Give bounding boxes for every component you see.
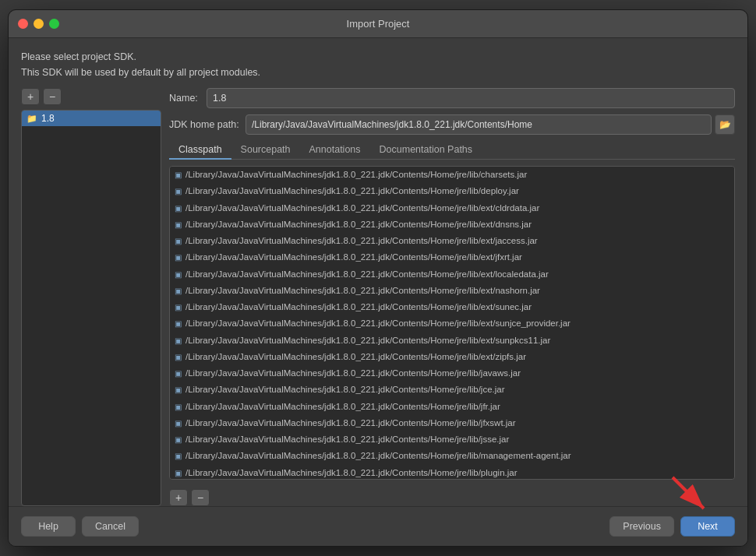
list-item[interactable]: ▣/Library/Java/JavaVirtualMachines/jdk1.…	[170, 200, 734, 216]
tab-classpath[interactable]: Classpath	[169, 141, 231, 160]
main-area: + − 📁 1.8 Name: J	[21, 88, 735, 506]
classpath-path: /Library/Java/JavaVirtualMachines/jdk1.8…	[185, 168, 527, 181]
jar-icon: ▣	[175, 335, 182, 347]
list-item[interactable]: ▣/Library/Java/JavaVirtualMachines/jdk1.…	[170, 465, 734, 480]
jar-icon: ▣	[175, 434, 182, 445]
jar-icon: ▣	[175, 202, 182, 214]
jar-icon: ▣	[175, 467, 182, 479]
sdk-list[interactable]: 📁 1.8	[21, 110, 161, 506]
jar-icon: ▣	[175, 351, 182, 363]
list-item[interactable]: ▣/Library/Java/JavaVirtualMachines/jdk1.…	[170, 431, 734, 448]
jar-icon: ▣	[175, 368, 182, 379]
jar-icon: ▣	[175, 252, 182, 263]
classpath-path: /Library/Java/JavaVirtualMachines/jdk1.8…	[185, 383, 505, 396]
previous-button[interactable]: Previous	[609, 516, 674, 537]
traffic-lights	[18, 19, 59, 29]
classpath-path: /Library/Java/JavaVirtualMachines/jdk1.8…	[185, 417, 516, 430]
jar-icon: ▣	[175, 185, 182, 197]
list-item[interactable]: ▣/Library/Java/JavaVirtualMachines/jdk1.…	[170, 266, 734, 283]
list-item[interactable]: ▣/Library/Java/JavaVirtualMachines/jdk1.…	[170, 315, 734, 332]
tab-sourcepath[interactable]: Sourcepath	[231, 141, 300, 160]
footer: Help Cancel Previous Next	[9, 506, 747, 546]
name-input[interactable]	[207, 88, 735, 108]
folder-icon: 📂	[719, 119, 731, 130]
prompt-line2: This SDK will be used by default by all …	[21, 65, 735, 80]
jdk-input-wrap: 📂	[246, 114, 735, 135]
maximize-button[interactable]	[49, 19, 59, 29]
right-panel: Name: JDK home path: 📂 Classpath	[169, 88, 735, 506]
help-button[interactable]: Help	[21, 516, 76, 537]
add-sdk-button[interactable]: +	[21, 88, 40, 105]
remove-classpath-button[interactable]: −	[191, 489, 210, 506]
import-project-window: Import Project Please select project SDK…	[8, 9, 748, 547]
jar-icon: ▣	[175, 401, 182, 413]
window-title: Import Project	[347, 18, 410, 30]
title-bar: Import Project	[9, 10, 747, 38]
classpath-path: /Library/Java/JavaVirtualMachines/jdk1.8…	[185, 202, 539, 215]
name-label: Name:	[169, 93, 200, 104]
jar-icon: ▣	[175, 219, 182, 230]
list-item[interactable]: ▣/Library/Java/JavaVirtualMachines/jdk1.…	[170, 399, 734, 415]
classpath-path: /Library/Java/JavaVirtualMachines/jdk1.8…	[185, 251, 522, 264]
list-item[interactable]: ▣/Library/Java/JavaVirtualMachines/jdk1.…	[170, 167, 734, 183]
cancel-button[interactable]: Cancel	[82, 516, 139, 537]
list-item[interactable]: ▣/Library/Java/JavaVirtualMachines/jdk1.…	[170, 349, 734, 365]
list-item[interactable]: ▣/Library/Java/JavaVirtualMachines/jdk1.…	[170, 216, 734, 233]
list-item[interactable]: ▣/Library/Java/JavaVirtualMachines/jdk1.…	[170, 299, 734, 315]
sdk-toolbar: + −	[21, 88, 161, 105]
classpath-path: /Library/Java/JavaVirtualMachines/jdk1.8…	[185, 466, 518, 480]
classpath-path: /Library/Java/JavaVirtualMachines/jdk1.8…	[185, 317, 571, 330]
classpath-path: /Library/Java/JavaVirtualMachines/jdk1.8…	[185, 268, 549, 281]
list-item[interactable]: ▣/Library/Java/JavaVirtualMachines/jdk1.…	[170, 283, 734, 299]
jar-icon: ▣	[175, 235, 182, 247]
minimize-button[interactable]	[34, 19, 44, 29]
sdk-item-label: 1.8	[41, 113, 55, 124]
classpath-path: /Library/Java/JavaVirtualMachines/jdk1.8…	[185, 449, 571, 463]
classpath-path: /Library/Java/JavaVirtualMachines/jdk1.8…	[185, 185, 519, 198]
tab-documentation-paths[interactable]: Documentation Paths	[370, 141, 482, 160]
list-item[interactable]: ▣/Library/Java/JavaVirtualMachines/jdk1.…	[170, 448, 734, 464]
browse-folder-button[interactable]: 📂	[715, 114, 735, 135]
classpath-path: /Library/Java/JavaVirtualMachines/jdk1.8…	[185, 400, 500, 413]
jar-icon: ▣	[175, 169, 182, 181]
tab-annotations[interactable]: Annotations	[300, 141, 370, 160]
sdk-panel: + − 📁 1.8	[21, 88, 161, 506]
list-item[interactable]: ▣/Library/Java/JavaVirtualMachines/jdk1.…	[170, 415, 734, 431]
classpath-path: /Library/Java/JavaVirtualMachines/jdk1.8…	[185, 367, 521, 380]
sdk-folder-icon: 📁	[26, 114, 37, 124]
classpath-path: /Library/Java/JavaVirtualMachines/jdk1.8…	[185, 433, 509, 446]
classpath-path: /Library/Java/JavaVirtualMachines/jdk1.8…	[185, 218, 532, 231]
jar-icon: ▣	[175, 285, 182, 297]
jar-icon: ▣	[175, 318, 182, 329]
footer-left: Help Cancel	[21, 516, 139, 537]
list-item[interactable]: ▣/Library/Java/JavaVirtualMachines/jdk1.…	[170, 382, 734, 398]
classpath-path: /Library/Java/JavaVirtualMachines/jdk1.8…	[185, 334, 550, 347]
classpath-path: /Library/Java/JavaVirtualMachines/jdk1.8…	[185, 284, 540, 297]
jar-icon: ▣	[175, 301, 182, 313]
jar-icon: ▣	[175, 450, 182, 462]
list-item[interactable]: ▣/Library/Java/JavaVirtualMachines/jdk1.…	[170, 333, 734, 349]
list-item[interactable]: ▣/Library/Java/JavaVirtualMachines/jdk1.…	[170, 183, 734, 199]
jdk-input[interactable]	[246, 114, 712, 135]
list-item[interactable]: ▣/Library/Java/JavaVirtualMachines/jdk1.…	[170, 233, 734, 249]
list-toolbar: + −	[169, 489, 735, 506]
next-button[interactable]: Next	[680, 516, 735, 537]
content-area: Please select project SDK. This SDK will…	[9, 38, 747, 506]
prompt-line1: Please select project SDK.	[21, 49, 735, 65]
classpath-list[interactable]: ▣/Library/Java/JavaVirtualMachines/jdk1.…	[169, 166, 735, 480]
footer-right: Previous Next	[609, 516, 735, 537]
prompt-area: Please select project SDK. This SDK will…	[21, 49, 735, 80]
remove-sdk-button[interactable]: −	[43, 88, 62, 105]
add-classpath-button[interactable]: +	[169, 489, 188, 506]
list-item[interactable]: ▣/Library/Java/JavaVirtualMachines/jdk1.…	[170, 365, 734, 382]
list-item[interactable]: ▣/Library/Java/JavaVirtualMachines/jdk1.…	[170, 249, 734, 266]
close-button[interactable]	[18, 19, 28, 29]
sdk-item[interactable]: 📁 1.8	[22, 111, 161, 126]
classpath-path: /Library/Java/JavaVirtualMachines/jdk1.8…	[185, 350, 526, 364]
name-row: Name:	[169, 88, 735, 108]
classpath-path: /Library/Java/JavaVirtualMachines/jdk1.8…	[185, 301, 532, 314]
jar-icon: ▣	[175, 269, 182, 280]
jdk-label: JDK home path:	[169, 119, 239, 130]
jar-icon: ▣	[175, 417, 182, 429]
classpath-path: /Library/Java/JavaVirtualMachines/jdk1.8…	[185, 234, 538, 248]
